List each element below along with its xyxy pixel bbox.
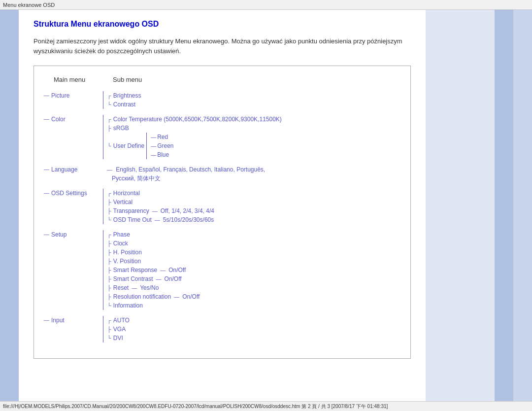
input-label: Input [51, 317, 65, 324]
main-label-osd: — OSD Settings [44, 189, 103, 197]
sub-item-user-define: └ User Define — Red — Green — Bl [107, 133, 282, 159]
status-bar-text: file:///H|/OEM.MODELS/Philips.2007/CD.Ma… [3, 403, 388, 410]
sub-sub-blue: — Blue [151, 150, 173, 159]
main-label-language: — Language [44, 165, 103, 173]
status-bar: file:///H|/OEM.MODELS/Philips.2007/CD.Ma… [0, 401, 532, 411]
main-label-picture: — Picture [44, 91, 103, 99]
sub-item-h-position: ├ H. Position [107, 248, 200, 257]
content-area: Struktura Menu ekranowego OSD Poniżej za… [19, 10, 495, 401]
title-bar: Menu ekranowe OSD [0, 0, 532, 10]
title-bar-text: Menu ekranowe OSD [3, 2, 55, 8]
sub-sub-green: — Green [151, 141, 173, 150]
main-label-setup: — Setup [44, 230, 103, 238]
main-label-color: — Color [44, 115, 103, 123]
left-sidebar [0, 10, 19, 401]
menu-section-osd: — OSD Settings ┌ Horizontal ├ Vertical [44, 189, 400, 224]
color-label: Color [51, 116, 66, 123]
menu-section-language: — Language — English, Español, Français,… [44, 165, 400, 183]
menu-section-color: — Color ┌ Color Temperature (5000K,6500K… [44, 115, 400, 159]
sub-item-smart-contrast: ├ Smart Contrast — On/Off [107, 274, 200, 283]
sub-item-vga: ├ VGA [107, 325, 130, 334]
sub-item-osd-timeout: └ OSD Time Out — 5s/10s/20s/30s/60s [107, 215, 214, 224]
menu-section-setup: — Setup ┌ Phase ├ Clock ├ [44, 230, 400, 310]
menu-section-picture: — Picture ┌ Brightness └ Contrast [44, 91, 400, 109]
sub-item-vertical: ├ Vertical [107, 198, 214, 206]
language-label: Language [51, 166, 77, 173]
sub-item-v-position: ├ V. Position [107, 257, 200, 266]
browser-main: Struktura Menu ekranowego OSD Poniżej za… [0, 10, 532, 401]
sub-item-transparency: ├ Transparency — Off, 1/4, 2/4, 3/4, 4/4 [107, 206, 214, 215]
menu-section-input: — Input ┌ AUTO ├ VGA └ [44, 316, 400, 342]
sub-item-dvi: └ DVI [107, 334, 130, 342]
header-sub: Sub menu [113, 76, 142, 83]
sub-item-color-temp: ┌ Color Temperature (5000K,6500K,7500K,8… [107, 115, 282, 124]
page-content: Struktura Menu ekranowego OSD Poniżej za… [19, 10, 426, 401]
osd-label: OSD Settings [51, 190, 87, 197]
sub-item-information: └ Information [107, 301, 200, 310]
sub-item-resolution-notification: ├ Resolution notification — On/Off [107, 292, 200, 301]
main-label-input: — Input [44, 316, 103, 324]
setup-label: Setup [51, 231, 66, 238]
sub-sub-red: — Red [151, 133, 173, 141]
sub-item-horizontal: ┌ Horizontal [107, 189, 214, 198]
header-main: Main menu [54, 76, 113, 83]
osd-diagram: Main menu Sub menu — Picture ┌ Brightnes… [33, 66, 411, 359]
intro-text: Poniżej zamieszczony jest widok ogólny s… [33, 36, 411, 56]
right-content-sidebar [426, 10, 495, 401]
language-options: — English, Español, Français, Deutsch, I… [107, 165, 265, 183]
page-title: Struktura Menu ekranowego OSD [33, 20, 411, 29]
sub-item-auto: ┌ AUTO [107, 316, 130, 325]
sub-item-contrast: └ Contrast [107, 100, 141, 109]
sub-item-smart-response: ├ Smart Response — On/Off [107, 266, 200, 274]
far-right-sidebar [513, 10, 532, 401]
sub-item-clock: ├ Clock [107, 239, 200, 248]
picture-label: Picture [51, 92, 69, 99]
sub-item-srgb: ├ sRGB [107, 124, 282, 133]
sub-item-reset: ├ Reset — Yes/No [107, 283, 200, 292]
sub-item-phase: ┌ Phase [107, 230, 200, 239]
right-sidebar [495, 10, 513, 401]
diagram-headers: Main menu Sub menu [44, 76, 400, 83]
sub-item-brightness: ┌ Brightness [107, 91, 141, 100]
